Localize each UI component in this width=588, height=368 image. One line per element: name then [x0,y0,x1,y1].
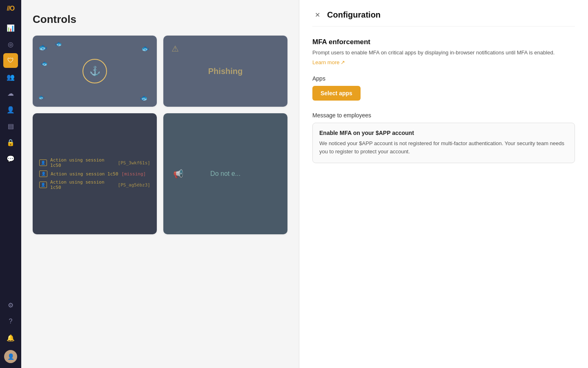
cards-grid: 🐟 🐟 🐟 🐟 🐟 🐟 ⚓ Phishing tool detection In… [33,36,287,234]
message-box-text: We noticed your $APP account is not regi… [319,139,568,157]
session-icon-box-2: 👤 [39,171,47,177]
sidebar: //O 📊 ◎ 🛡 👥 ☁ 👤 ▤ 🔒 💬 ⚙ ? 🔔 👤 [0,0,21,368]
warning-icon: ⚠ [172,44,179,54]
sidebar-item-help[interactable]: ? [3,314,18,329]
card-image-sso: ⚠ Phishing [163,36,287,107]
session-icon-box-3: 👤 [39,182,47,188]
session-icon-box-1: 👤 [39,159,47,166]
sidebar-item-layers[interactable]: ▤ [3,119,18,133]
sidebar-item-chat[interactable]: 💬 [3,151,18,166]
card-image-phishing: 🐟 🐟 🐟 🐟 🐟 🐟 ⚓ [33,36,157,107]
megaphone-icon: 📢 [173,169,183,179]
card-phishing-tool[interactable]: 🐟 🐟 🐟 🐟 🐟 🐟 ⚓ Phishing tool detection In… [33,36,157,107]
card-image-session: 👤 Action using session 1c50 [PS_3wkf61s]… [33,113,157,234]
app-logo: //O [7,5,14,12]
session-line-3: 👤 Action using session 1c50 [PS_ag5ébz3] [39,180,150,190]
session-user-icon-1: 👤 [41,161,45,165]
sidebar-item-bell[interactable]: 🔔 [3,330,18,345]
card-sso[interactable]: ⚠ Phishing SSO password p... Inactive De… [163,36,287,107]
apps-label: Apps [312,75,575,82]
config-description: Prompt users to enable MFA on critical a… [312,49,575,57]
select-apps-button[interactable]: Select apps [312,86,361,101]
card-banners[interactable]: 📢 Do not e... App banners Inactive Guide… [163,113,287,234]
fish-icon-2: 🐟 [55,40,62,47]
fish-icon-5: 🐟 [38,94,45,100]
config-title: Configuration [327,10,381,20]
session-user-icon-3: 👤 [41,183,45,187]
config-header: ✕ Configuration [312,10,575,27]
sidebar-item-settings[interactable]: ⚙ [3,298,18,312]
card-image-banners: 📢 Do not e... [163,113,287,234]
configuration-panel: ✕ Configuration MFA enforcement Prompt u… [299,0,588,368]
session-user-icon-2: 👤 [41,172,46,176]
hook-icon: ⚓ [89,67,100,76]
fish-icon-4: 🐟 [41,60,48,67]
avatar[interactable]: 👤 [4,350,17,363]
config-section-title: MFA enforcement [312,38,575,46]
main-area: Controls 🐟 🐟 🐟 🐟 🐟 🐟 ⚓ Phishing tool det… [21,0,588,368]
message-label: Message to employees [312,112,575,119]
banner-text: Do not e... [210,170,241,177]
fish-icon-6: 🐟 [140,94,148,102]
card-session[interactable]: 👤 Action using session 1c50 [PS_3wkf61s]… [33,113,157,234]
learn-more-label: Learn more [312,59,339,65]
message-box: Enable MFA on your $APP account We notic… [312,123,575,164]
sidebar-item-cloud[interactable]: ☁ [3,86,18,101]
learn-more-link[interactable]: Learn more ↗ [312,59,345,65]
controls-panel: Controls 🐟 🐟 🐟 🐟 🐟 🐟 ⚓ Phishing tool det… [21,0,299,368]
hook-circle: ⚓ [82,59,107,83]
page-title: Controls [33,13,287,26]
sidebar-item-user-circle[interactable]: 👤 [3,102,18,117]
message-box-title: Enable MFA on your $APP account [319,130,568,136]
sidebar-item-users[interactable]: 👥 [3,70,18,84]
close-button[interactable]: ✕ [312,10,322,20]
sidebar-item-shield[interactable]: 🛡 [3,53,18,68]
sidebar-item-security[interactable]: 🔒 [3,135,18,150]
learn-more-arrow: ↗ [341,59,345,65]
session-line-1: 👤 Action using session 1c50 [PS_3wkf61s] [39,157,150,168]
sidebar-item-detect[interactable]: ◎ [3,37,18,52]
fish-icon-1: 🐟 [38,43,47,52]
sso-text: Phishing [208,67,243,76]
fish-icon-3: 🐟 [141,45,149,52]
session-line-2: 👤 Action using session 1c50 [missing] [39,171,146,177]
sidebar-item-analytics[interactable]: 📊 [3,20,18,35]
